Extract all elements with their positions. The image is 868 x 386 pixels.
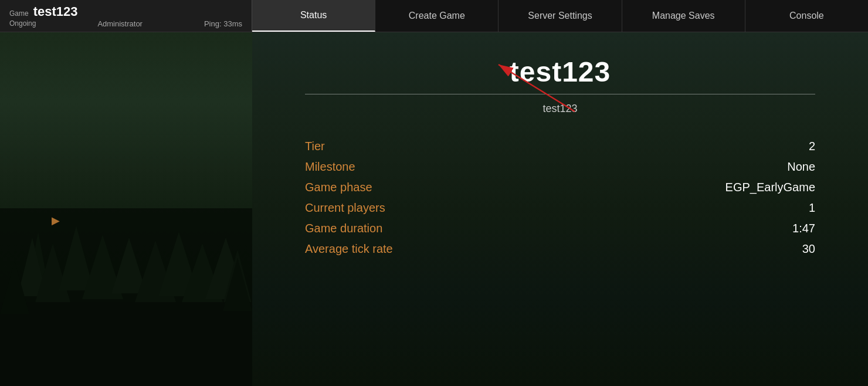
content-inner: test123 test123 Tier2MilestoneNoneGame p… — [252, 32, 868, 259]
stat-value: 1:47 — [792, 222, 815, 235]
server-name-header: test123 — [33, 4, 78, 19]
server-role: Administrator — [97, 19, 143, 28]
stat-label: Game duration — [305, 222, 382, 235]
stat-value: 1 — [809, 201, 815, 215]
stat-row: Average tick rate30 — [305, 239, 815, 259]
sidebar-scene: ▶ — [0, 32, 252, 386]
svg-rect-12 — [0, 302, 252, 386]
stat-label: Tier — [305, 140, 325, 153]
stat-label: Game phase — [305, 181, 372, 194]
title-divider — [305, 94, 815, 94]
stat-value: None — [787, 160, 815, 174]
stat-row: Game duration1:47 — [305, 218, 815, 239]
ping-display: Ping: 33ms — [204, 19, 242, 28]
stat-row: Current players1 — [305, 198, 815, 218]
status-label: Ongoing — [9, 19, 36, 28]
tab-console[interactable]: Console — [745, 0, 868, 32]
stat-value: EGP_EarlyGame — [725, 181, 815, 194]
stat-label: Average tick rate — [305, 242, 393, 256]
stat-value: 2 — [809, 140, 815, 153]
game-title: test123 — [510, 56, 611, 88]
tab-create-game[interactable]: Create Game — [375, 0, 499, 32]
cursor-arrow-icon: ▶ — [52, 214, 60, 227]
tab-manage-saves[interactable]: Manage Saves — [622, 0, 745, 32]
stat-label: Current players — [305, 201, 385, 215]
nav-tabs: Status Create Game Server Settings Manag… — [252, 0, 868, 32]
content-panel: test123 test123 Tier2MilestoneNoneGame p… — [252, 32, 868, 386]
server-info: Game test123 Ongoing Administrator Ping:… — [0, 0, 252, 32]
tab-status[interactable]: Status — [252, 0, 375, 32]
tab-server-settings[interactable]: Server Settings — [499, 0, 622, 32]
game-label: Game — [9, 9, 29, 18]
stat-row: MilestoneNone — [305, 157, 815, 177]
stat-label: Milestone — [305, 160, 355, 174]
main-content: ▶ test123 test123 Tier2MilestoneNoneGame… — [0, 32, 868, 386]
top-bar: Game test123 Ongoing Administrator Ping:… — [0, 0, 868, 32]
stat-row: Tier2 — [305, 136, 815, 157]
stat-row: Game phaseEGP_EarlyGame — [305, 177, 815, 198]
stats-table: Tier2MilestoneNoneGame phaseEGP_EarlyGam… — [305, 136, 815, 259]
game-subtitle: test123 — [542, 103, 577, 115]
stat-value: 30 — [802, 242, 815, 256]
tree-silhouettes — [0, 32, 252, 386]
